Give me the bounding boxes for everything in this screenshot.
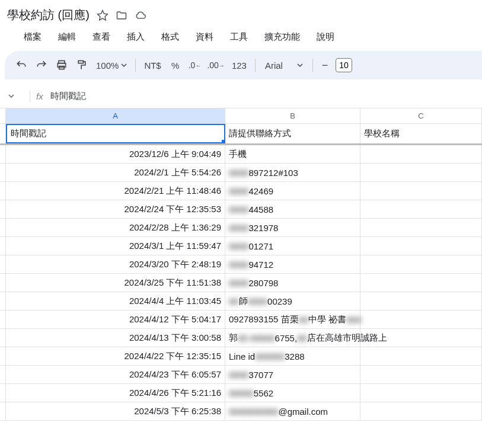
col-header-b[interactable]: B: [225, 108, 360, 123]
font-select[interactable]: Arial: [260, 60, 308, 71]
cell-a1[interactable]: 時間戳記: [6, 124, 225, 143]
cell[interactable]: 2024/4/26 下午 5:21:16: [6, 384, 225, 402]
row-header[interactable]: [0, 182, 6, 200]
menu-help[interactable]: 說明: [311, 29, 340, 45]
cell[interactable]: [360, 164, 482, 181]
menu-edit[interactable]: 編輯: [52, 29, 82, 45]
cell[interactable]: 2024/4/13 下午 3:00:58: [6, 329, 225, 347]
row-header[interactable]: [0, 164, 6, 181]
menu-view[interactable]: 查看: [87, 29, 116, 45]
undo-icon[interactable]: [12, 56, 31, 75]
separator: [135, 59, 136, 72]
menu-extensions[interactable]: 擴充功能: [258, 29, 306, 45]
row-header[interactable]: [0, 255, 6, 273]
cell[interactable]: [360, 292, 482, 310]
cell[interactable]: 000044588: [225, 200, 360, 218]
folder-icon[interactable]: [116, 9, 127, 21]
formula-input[interactable]: 時間戳記: [50, 91, 86, 102]
paint-format-icon[interactable]: [72, 56, 91, 75]
doc-title[interactable]: 學校約訪 (回應): [7, 7, 90, 23]
menu-tools[interactable]: 工具: [224, 29, 254, 45]
row-header[interactable]: [0, 124, 6, 143]
row-header[interactable]: [0, 329, 6, 347]
cell[interactable]: 000037077: [225, 366, 360, 383]
select-all-corner[interactable]: [0, 108, 6, 123]
cell[interactable]: Line id0000003288: [225, 347, 360, 365]
row-header[interactable]: [0, 219, 6, 236]
zoom-select[interactable]: 100%: [92, 60, 130, 71]
cell[interactable]: 0927893155 苗栗00中學 祕書000: [225, 311, 360, 328]
cell[interactable]: 2024/5/3 下午 6:25:38: [6, 402, 225, 420]
cell[interactable]: 2024/2/21 上午 11:48:46: [6, 182, 225, 200]
cell[interactable]: 000042469: [225, 182, 360, 200]
cell[interactable]: 000005562: [225, 384, 360, 402]
menu-insert[interactable]: 插入: [121, 29, 151, 45]
cell[interactable]: 2024/2/24 下午 12:35:53: [6, 200, 225, 218]
cell[interactable]: 2024/4/4 上午 11:03:45: [6, 292, 225, 310]
cell[interactable]: 000094712: [225, 255, 360, 273]
cell[interactable]: [360, 145, 482, 163]
row-header[interactable]: [0, 384, 6, 402]
cell[interactable]: 2024/2/28 上午 1:36:29: [6, 219, 225, 236]
font-size-input[interactable]: [336, 58, 352, 72]
cell[interactable]: [360, 237, 482, 255]
menu-file[interactable]: 檔案: [18, 29, 47, 45]
separator: [255, 59, 256, 72]
cloud-icon[interactable]: [135, 9, 146, 21]
name-box[interactable]: [8, 91, 24, 101]
star-icon[interactable]: [97, 9, 108, 21]
cell[interactable]: 郭00 000006755,00店在高雄市明誠路上: [225, 329, 360, 347]
cell[interactable]: [360, 200, 482, 218]
cell[interactable]: [360, 182, 482, 200]
cell-b1[interactable]: 請提供聯絡方式: [225, 124, 360, 143]
print-icon[interactable]: [52, 56, 71, 75]
row-header[interactable]: [0, 347, 6, 365]
menu-format[interactable]: 格式: [155, 29, 185, 45]
increase-decimal-icon[interactable]: .00→: [205, 56, 226, 75]
row-header[interactable]: [0, 274, 6, 292]
cell[interactable]: [360, 384, 482, 402]
cell-c1[interactable]: 學校名稱: [360, 124, 482, 143]
redo-icon[interactable]: [32, 56, 51, 75]
decrease-font-icon[interactable]: −: [318, 58, 332, 72]
cell[interactable]: 2024/3/1 上午 11:59:47: [6, 237, 225, 255]
cell[interactable]: [360, 347, 482, 365]
cell[interactable]: 0000000000@gmail.com: [225, 402, 360, 420]
row-header[interactable]: [0, 145, 6, 163]
row-header[interactable]: [0, 237, 6, 255]
menu-data[interactable]: 資料: [190, 29, 219, 45]
col-header-a[interactable]: A: [6, 108, 225, 123]
cell[interactable]: 2024/4/22 下午 12:35:15: [6, 347, 225, 365]
cell[interactable]: 2024/2/1 上午 5:54:26: [6, 164, 225, 181]
number-format-button[interactable]: 123: [228, 56, 250, 75]
cell[interactable]: [360, 329, 482, 347]
row-header[interactable]: [0, 292, 6, 310]
cell[interactable]: [360, 219, 482, 236]
cell[interactable]: 2024/4/12 下午 5:04:17: [6, 311, 225, 328]
currency-button[interactable]: NT$: [141, 56, 164, 75]
cell[interactable]: [360, 366, 482, 383]
cell[interactable]: 2024/4/23 下午 6:05:57: [6, 366, 225, 383]
cell[interactable]: [360, 274, 482, 292]
cell[interactable]: 000001271: [225, 237, 360, 255]
cell[interactable]: 0000321978: [225, 219, 360, 236]
table-header-row: 時間戳記 請提供聯絡方式 學校名稱: [0, 124, 482, 145]
cell[interactable]: [360, 402, 482, 420]
cell[interactable]: 0000280798: [225, 274, 360, 292]
row-header[interactable]: [0, 200, 6, 218]
cell[interactable]: 0000897212#103: [225, 164, 360, 181]
cell[interactable]: [360, 255, 482, 273]
cell[interactable]: 2024/3/20 下午 2:48:19: [6, 255, 225, 273]
cell[interactable]: 2024/3/25 下午 11:51:38: [6, 274, 225, 292]
cell[interactable]: 00師000000239: [225, 292, 360, 310]
cell[interactable]: [360, 311, 482, 328]
cell[interactable]: 手機: [225, 145, 360, 163]
row-header[interactable]: [0, 311, 6, 328]
row-header[interactable]: [0, 402, 6, 420]
font-size-control: −: [318, 58, 352, 72]
cell[interactable]: 2023/12/6 上午 9:04:49: [6, 145, 225, 163]
col-header-c[interactable]: C: [360, 108, 482, 123]
decrease-decimal-icon[interactable]: .0←: [186, 56, 204, 75]
row-header[interactable]: [0, 366, 6, 383]
percent-button[interactable]: %: [166, 56, 185, 75]
